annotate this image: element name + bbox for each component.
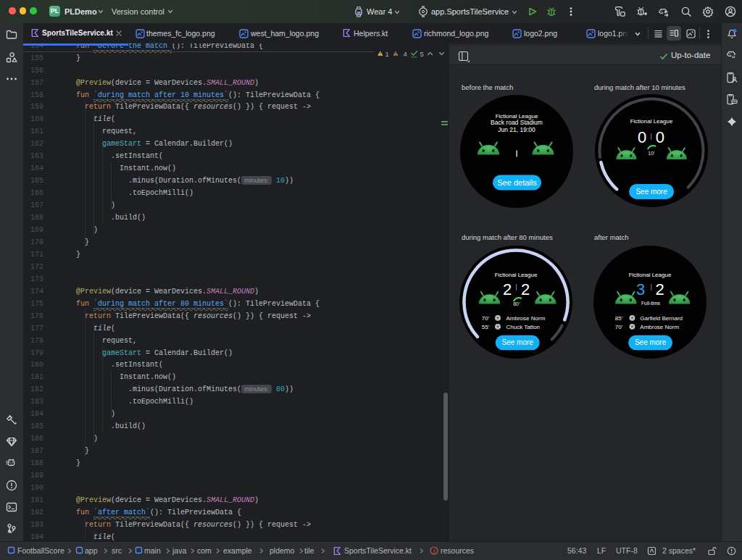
svg-text:See more: See more — [635, 188, 667, 196]
svg-text:10’: 10’ — [648, 151, 655, 156]
svg-text:See more: See more — [635, 338, 667, 346]
svg-text:5: 5 — [420, 50, 424, 58]
svg-text:Garfield Bernard: Garfield Bernard — [640, 315, 683, 322]
svg-text:3: 3 — [636, 280, 645, 298]
svg-text:55’: 55’ — [482, 324, 490, 330]
svg-text:Back road Stadium: Back road Stadium — [491, 119, 543, 126]
svg-text:Fictional League: Fictional League — [628, 271, 671, 277]
svg-text:Fictional League: Fictional League — [630, 118, 672, 125]
svg-text:0: 0 — [655, 128, 664, 146]
svg-text:Full-time: Full-time — [641, 300, 660, 305]
svg-text:1: 1 — [385, 50, 389, 58]
svg-text:2: 2 — [655, 280, 664, 298]
svg-text:4: 4 — [404, 50, 407, 58]
svg-text:Chuck Tatton: Chuck Tatton — [507, 324, 541, 330]
svg-text:2: 2 — [521, 280, 530, 298]
svg-text:See details: See details — [497, 177, 537, 186]
svg-text:Jun 21, 19:00: Jun 21, 19:00 — [498, 125, 535, 133]
svg-text:0: 0 — [638, 128, 646, 146]
svg-text:85’: 85’ — [614, 315, 622, 322]
svg-text:f: f — [433, 547, 436, 553]
svg-text:80’: 80’ — [513, 301, 520, 306]
svg-text:Ambrose Norm: Ambrose Norm — [640, 324, 679, 330]
svg-text:Ambrose Norm: Ambrose Norm — [507, 315, 546, 322]
svg-text:Fictional League: Fictional League — [495, 271, 538, 277]
svg-text:70’: 70’ — [482, 315, 490, 322]
svg-text:See more: See more — [502, 338, 534, 346]
svg-text:70’: 70’ — [614, 324, 622, 330]
svg-text:2: 2 — [503, 280, 512, 298]
